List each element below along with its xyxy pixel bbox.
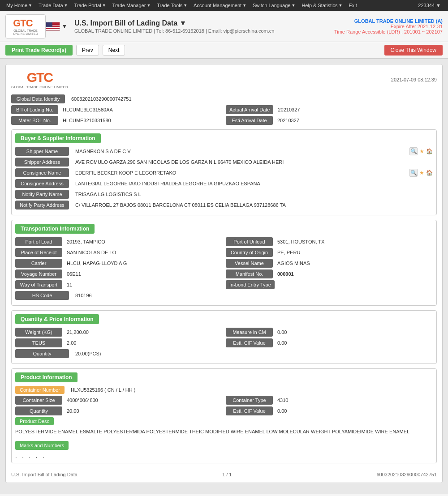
global-data-identity-row: Global Data Identity 6003202103290000742… xyxy=(11,94,437,103)
nav-my-home[interactable]: My Home ▼ xyxy=(4,0,35,11)
way-of-transport-col: Way of Transport 11 xyxy=(15,280,222,289)
way-inbond-row: Way of Transport 11 In-bond Entry Type xyxy=(15,280,433,289)
container-size-col: Container Size 4000*006*800 xyxy=(15,396,222,405)
esti-arrival-value: 20210327 xyxy=(276,118,299,123)
flag-selector[interactable]: ▼ xyxy=(46,22,67,31)
quantity-label: Quantity xyxy=(15,349,69,358)
logo-text: GTC xyxy=(13,17,38,29)
country-of-origin-label: Country of Origin xyxy=(226,248,273,257)
bol-no-col: Bill of Lading No. HLCUME3LC31580AA xyxy=(11,105,222,114)
shipper-name-row: Shipper Name MAGNEKON S A DE C V 🔍 ★ 🏠 xyxy=(15,147,433,156)
consignee-home-icon[interactable]: 🏠 xyxy=(426,170,433,176)
country-of-origin-col: Country of Origin PE, PERU xyxy=(226,248,433,257)
consignee-name-icons: 🔍 ★ 🏠 xyxy=(409,169,433,177)
bol-no-value: HLCUME3LC31580AA xyxy=(61,107,113,112)
quantity-price-section: Quantity & Price Information Weight (KG)… xyxy=(11,310,437,364)
nav-trade-data[interactable]: Trade Data ▼ xyxy=(36,0,71,11)
flag-dropdown-arrow[interactable]: ▼ xyxy=(62,23,67,30)
consignee-star-icon[interactable]: ★ xyxy=(419,170,424,176)
voyage-number-col: Voyage Number 06E11 xyxy=(15,269,222,278)
logo: GTC GLOBAL TRADEONLINE LIMITED xyxy=(5,14,46,38)
nav-trade-manager[interactable]: Trade Manager ▼ xyxy=(110,0,154,11)
shipper-address-label: Shipper Address xyxy=(15,158,69,167)
user-id[interactable]: 223344 ▼ xyxy=(414,3,444,8)
mater-bol-value: HLCUME3210331580 xyxy=(61,118,111,123)
nav-trade-tools-arrow: ▼ xyxy=(183,3,187,8)
nav-account-management-arrow: ▼ xyxy=(242,3,246,8)
nav-switch-language[interactable]: Switch Language ▼ xyxy=(250,0,298,11)
document-logo: GTC GLOBAL TRADE ONLINE LIMITED xyxy=(11,70,68,89)
bol-arrival-row: Bill of Lading No. HLCUME3LC31580AA Actu… xyxy=(11,105,437,114)
consignee-name-row: Consignee Name EDERFIL BECKER KOOP E LEG… xyxy=(15,168,433,177)
notify-party-name-row: Notify Party Name TRISAGA LG LOGISTICS S… xyxy=(15,190,433,199)
manifest-no-value: 000001 xyxy=(276,271,294,277)
prod-quantity-value: 20.00 xyxy=(65,408,79,414)
container-number-btn[interactable]: Container Number xyxy=(15,386,65,394)
port-of-unload-col: Port of Unload 5301, HOUSTON, TX xyxy=(226,237,433,246)
vessel-name-col: Vessel Name AGIOS MINAS xyxy=(226,259,433,268)
teus-value: 2.00 xyxy=(65,340,76,346)
header-title-block: U.S. Import Bill of Lading Data ▼ GLOBAL… xyxy=(74,19,334,34)
nav-trade-tools[interactable]: Trade Tools ▼ xyxy=(154,0,190,11)
vessel-name-value: AGIOS MINAS xyxy=(276,261,310,266)
shipper-address-row: Shipper Address AVE ROMULO GARZA 290 SAN… xyxy=(15,158,433,167)
measure-cm-value: 0.00 xyxy=(276,329,287,335)
country-of-origin-value: PE, PERU xyxy=(276,250,300,255)
notify-party-name-label: Notify Party Name xyxy=(15,190,69,199)
time-range: Time Range Accessible (LDR) : 201001 ~ 2… xyxy=(334,29,443,34)
vessel-name-label: Vessel Name xyxy=(226,259,273,268)
nav-help-statistics[interactable]: Help & Statistics ▼ xyxy=(299,0,345,11)
document-timestamp: 2021-07-09 08:12:39 xyxy=(391,77,437,82)
quantity-price-header: Quantity & Price Information xyxy=(15,314,99,324)
shipper-home-icon[interactable]: 🏠 xyxy=(426,148,433,154)
print-button[interactable]: Print Trade Record(s) xyxy=(5,45,73,56)
global-data-identity-label: Global Data Identity xyxy=(11,94,65,103)
esti-cif-value: 0.00 xyxy=(276,340,287,346)
carrier-vessel-row: Carrier HLCU, HAPAG-LLOYD A G Vessel Nam… xyxy=(15,259,433,268)
shipper-star-icon[interactable]: ★ xyxy=(419,148,424,154)
mater-bol-row: Mater BOL No. HLCUME3210331580 Esti Arri… xyxy=(11,116,437,125)
carrier-col: Carrier HLCU, HAPAG-LLOYD A G xyxy=(15,259,222,268)
container-type-col: Container Type 4310 xyxy=(226,396,433,405)
doc-logo-text: GTC xyxy=(27,70,52,85)
nav-account-management[interactable]: Account Management ▼ xyxy=(191,0,249,11)
container-number-row: Container Number HLXU5325166 ( CN / L / … xyxy=(15,386,433,394)
mater-bol-label: Mater BOL No. xyxy=(11,116,58,125)
nav-trade-data-arrow: ▼ xyxy=(64,3,68,8)
nav-exit[interactable]: Exit xyxy=(346,0,359,11)
container-size-type-row: Container Size 4000*006*800 Container Ty… xyxy=(15,396,433,405)
next-button[interactable]: Next xyxy=(103,45,125,56)
consignee-search-icon[interactable]: 🔍 xyxy=(409,169,418,177)
marks-numbers-btn[interactable]: Marks and Numbers xyxy=(15,441,69,450)
consignee-name-label: Consignee Name xyxy=(15,168,69,177)
consignee-address-value: LANTEGIAL LEGORRETAKO INDUSTRIALDEA LEGO… xyxy=(73,181,433,186)
consignee-name-value: EDERFIL BECKER KOOP E LEGORRETAKO xyxy=(73,170,406,175)
bottom-toolbar: Print Trade Record(s) Prev Next Close Th… xyxy=(0,494,448,496)
port-of-load-col: Port of Load 20193, TAMPICO xyxy=(15,237,222,246)
esti-cif-label: Esti. CIF Value xyxy=(226,338,273,347)
shipper-search-icon[interactable]: 🔍 xyxy=(409,147,418,155)
footer-left: U.S. Import Bill of Lading Data xyxy=(11,472,78,477)
nav-help-statistics-arrow: ▼ xyxy=(338,3,342,8)
account-name[interactable]: GLOBAL TRADE ONLINE LIMITED (A) xyxy=(354,18,443,24)
product-desc-btn[interactable]: Product Desc xyxy=(15,417,54,425)
close-window-button[interactable]: Close This Window xyxy=(384,45,443,56)
doc-logo-subtitle: GLOBAL TRADE ONLINE LIMITED xyxy=(11,85,68,89)
expire-date: Expire After 2021-12-31 xyxy=(334,24,443,29)
way-of-transport-value: 11 xyxy=(65,282,72,287)
prod-quantity-cif-row: Quantity 20.00 Esti. CIF Value 0.00 xyxy=(15,406,433,415)
shipper-name-label: Shipper Name xyxy=(15,147,69,156)
container-type-value: 4310 xyxy=(276,398,288,403)
teus-col: TEUS 2.00 xyxy=(15,338,222,347)
place-of-receipt-label: Place of Receipt xyxy=(15,248,62,257)
weight-kg-value: 21,200.00 xyxy=(65,329,89,335)
consignee-address-label: Consignee Address xyxy=(15,179,69,188)
consignee-address-row: Consignee Address LANTEGIAL LEGORRETAKO … xyxy=(15,179,433,188)
port-of-load-value: 20193, TAMPICO xyxy=(65,239,105,244)
page-title: U.S. Import Bill of Lading Data ▼ xyxy=(74,19,334,27)
nav-trade-portal[interactable]: Trade Portal ▼ xyxy=(72,0,109,11)
footer-record-id: 6003202103290000742751 xyxy=(376,472,437,477)
voyage-number-value: 06E11 xyxy=(65,271,81,277)
prod-quantity-label: Quantity xyxy=(15,406,62,415)
prev-button[interactable]: Prev xyxy=(76,45,99,56)
